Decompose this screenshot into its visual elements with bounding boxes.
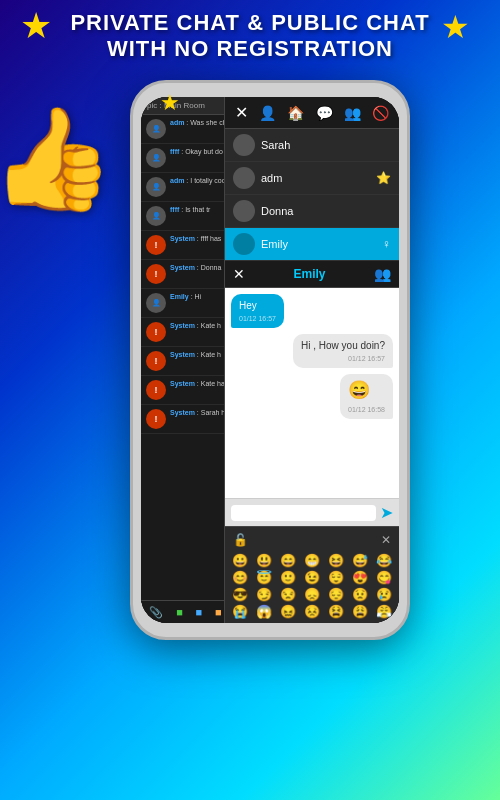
- emoji-keyboard: 🔓 ✕ 😀 😃 😄 😁 😆 😅 😂 😊 😇 🙂: [225, 526, 399, 623]
- star-badge: ⭐: [376, 171, 391, 185]
- thumbs-up-icon: 👍: [0, 100, 115, 218]
- system-avatar: !: [146, 235, 166, 255]
- attach-icon[interactable]: 📎: [149, 606, 163, 619]
- emoji-message: 😄: [348, 380, 370, 400]
- emoji-key[interactable]: 😟: [349, 587, 371, 602]
- system-avatar: !: [146, 409, 166, 429]
- contact-name: Sarah: [261, 139, 391, 151]
- avatar: 👤: [146, 177, 166, 197]
- emoji-key[interactable]: 😇: [253, 570, 275, 585]
- contact-item-donna[interactable]: Donna: [225, 195, 399, 228]
- emoji-key[interactable]: 😃: [253, 553, 275, 568]
- message-bubble: Hi , How you doin? 01/12 16:57: [293, 334, 393, 368]
- emoji-key[interactable]: 😀: [229, 553, 251, 568]
- message-received: Hi , How you doin? 01/12 16:57: [293, 334, 393, 368]
- chat-add-icon[interactable]: 👥: [374, 266, 391, 282]
- chat-messages: Hey 01/12 16:57 Hi , How you doin? 01/12…: [225, 288, 399, 498]
- contact-avatar: [233, 167, 255, 189]
- system-avatar: !: [146, 351, 166, 371]
- avatar: 👤: [146, 293, 166, 313]
- phone-screen: pic : Main Room 👤 adm : Was she chatroom…: [141, 97, 399, 623]
- blue-icon[interactable]: ■: [196, 606, 203, 618]
- emoji-key[interactable]: 😣: [301, 604, 323, 619]
- message-bubble: Hey 01/12 16:57: [231, 294, 284, 328]
- emoji-key[interactable]: 😎: [229, 587, 251, 602]
- title-area: PRIVATE CHAT & PUBLIC CHAT WITH NO REGIS…: [0, 10, 500, 63]
- emoji-key[interactable]: 😉: [301, 570, 323, 585]
- emoji-key[interactable]: 😊: [229, 570, 251, 585]
- emoji-key[interactable]: 😫: [325, 604, 347, 619]
- emoji-key[interactable]: 😱: [253, 604, 275, 619]
- emoji-key[interactable]: 😁: [301, 553, 323, 568]
- chat-icon[interactable]: 💬: [316, 105, 333, 121]
- emoji-key[interactable]: 😍: [349, 570, 371, 585]
- message-received-emoji: 😄 01/12 16:58: [340, 374, 393, 418]
- star-icon-tl: ★: [20, 5, 52, 47]
- emoji-key[interactable]: 😆: [325, 553, 347, 568]
- emoji-key[interactable]: 😩: [349, 604, 371, 619]
- emoji-key[interactable]: 😖: [277, 604, 299, 619]
- star-icon-tr: ★: [441, 8, 470, 46]
- emoji-grid: 😀 😃 😄 😁 😆 😅 😂 😊 😇 🙂 😉 😌 😍 😋: [229, 553, 395, 619]
- keyboard-toolbar: 🔓 ✕: [229, 531, 395, 549]
- home-icon[interactable]: 🏠: [287, 105, 304, 121]
- emoji-key[interactable]: 😋: [373, 570, 395, 585]
- emoji-key[interactable]: 🙂: [277, 570, 299, 585]
- avatar: 👤: [146, 119, 166, 139]
- contact-item-adm[interactable]: adm ⭐: [225, 162, 399, 195]
- message-time: 01/12 16:57: [301, 354, 385, 363]
- emoji-key[interactable]: 😞: [301, 587, 323, 602]
- star-icon-mid: ★: [160, 90, 180, 116]
- emoji-key[interactable]: 😔: [325, 587, 347, 602]
- emoji-key[interactable]: 😄: [277, 553, 299, 568]
- avatar: 👤: [146, 148, 166, 168]
- emoji-key[interactable]: 😤: [373, 604, 395, 619]
- contact-name: Emily: [261, 238, 376, 250]
- lock-icon[interactable]: 🔓: [233, 533, 248, 547]
- emoji-key[interactable]: 😌: [325, 570, 347, 585]
- title-line2: WITH NO REGISTRATION: [0, 36, 500, 62]
- phone-notch: [240, 83, 300, 97]
- contact-item-sarah[interactable]: Sarah: [225, 129, 399, 162]
- green-icon[interactable]: ■: [176, 606, 183, 618]
- emoji-key[interactable]: 😅: [349, 553, 371, 568]
- emoji-key[interactable]: 😢: [373, 587, 395, 602]
- emoji-key[interactable]: 😒: [277, 587, 299, 602]
- system-avatar: !: [146, 264, 166, 284]
- system-avatar: !: [146, 322, 166, 342]
- contact-item-emily[interactable]: Emily ♀: [225, 228, 399, 261]
- chat-contact-name: Emily: [293, 267, 325, 281]
- close-icon[interactable]: ✕: [235, 103, 248, 122]
- orange-icon[interactable]: ■: [215, 606, 222, 618]
- chat-header: ✕ Emily 👥: [225, 261, 399, 288]
- contact-avatar: [233, 134, 255, 156]
- phone-frame: pic : Main Room 👤 adm : Was she chatroom…: [130, 80, 410, 640]
- message-time: 01/12 16:57: [239, 314, 276, 323]
- contact-avatar: [233, 200, 255, 222]
- emoji-key[interactable]: 😏: [253, 587, 275, 602]
- message-bubble-emoji: 😄 01/12 16:58: [340, 374, 393, 418]
- system-avatar: !: [146, 380, 166, 400]
- keyboard-close-icon[interactable]: ✕: [381, 533, 391, 547]
- send-button[interactable]: ➤: [380, 503, 393, 522]
- app-toolbar: ✕ 👤 🏠 💬 👥 🚫: [225, 97, 399, 129]
- block-icon[interactable]: 🚫: [372, 105, 389, 121]
- contact-name: Donna: [261, 205, 391, 217]
- profile-icon[interactable]: 👤: [259, 105, 276, 121]
- message-sent: Hey 01/12 16:57: [231, 294, 284, 328]
- gender-badge: ♀: [382, 237, 391, 251]
- avatar: 👤: [146, 206, 166, 226]
- contact-name: adm: [261, 172, 370, 184]
- chat-close-icon[interactable]: ✕: [233, 266, 245, 282]
- emoji-key[interactable]: 😭: [229, 604, 251, 619]
- add-user-icon[interactable]: 👥: [344, 105, 361, 121]
- contact-avatar: [233, 233, 255, 255]
- app-content: pic : Main Room 👤 adm : Was she chatroom…: [141, 97, 399, 623]
- chat-input-area: ➤: [225, 498, 399, 526]
- message-time: 01/12 16:58: [348, 405, 385, 414]
- emoji-key[interactable]: 😂: [373, 553, 395, 568]
- title-line1: PRIVATE CHAT & PUBLIC CHAT: [0, 10, 500, 36]
- right-panel: ✕ 👤 🏠 💬 👥 🚫 Sarah adm: [224, 97, 399, 623]
- contact-list: Sarah adm ⭐ Donna Emily ♀: [225, 129, 399, 261]
- message-input[interactable]: [231, 505, 376, 521]
